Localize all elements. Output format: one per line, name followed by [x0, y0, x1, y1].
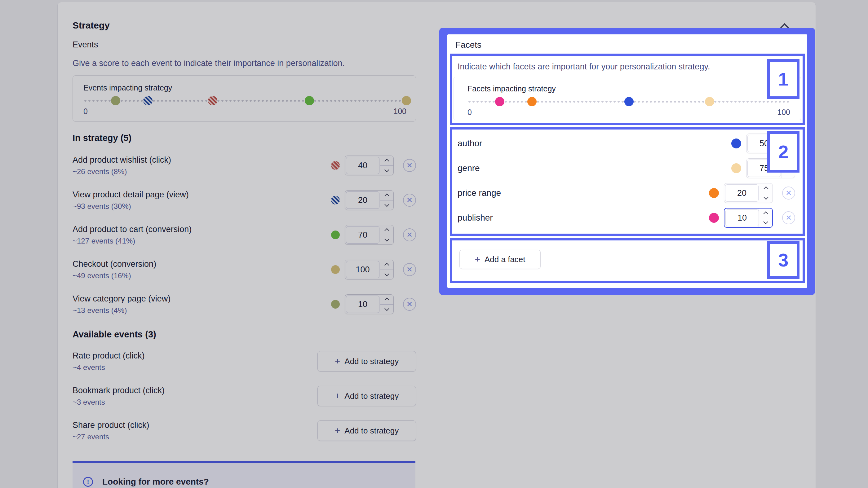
facet-row-genre: genre — [458, 157, 795, 179]
price-range-dot[interactable] — [527, 97, 537, 106]
stepper — [759, 184, 773, 203]
close-icon: ✕ — [785, 189, 792, 197]
slider-max-label: 100 — [777, 107, 790, 117]
facets-section-list: 2 author — [450, 127, 805, 236]
facets-slider-track — [467, 97, 790, 106]
facet-color-dot — [709, 188, 719, 198]
chevron-down-icon — [763, 219, 768, 224]
facet-score-input-group — [724, 183, 773, 203]
remove-facet-button[interactable]: ✕ — [782, 211, 795, 224]
facets-highlight-frame: Facets 1 Indicate which facets are impor… — [439, 28, 815, 295]
facet-name: author — [458, 138, 482, 149]
facet-color-dot — [731, 138, 741, 149]
facets-title: Facets — [455, 39, 807, 51]
facet-score-input[interactable] — [725, 209, 759, 226]
step-badge-2: 2 — [767, 131, 800, 172]
decrement-button[interactable] — [759, 193, 773, 203]
facet-color-dot — [709, 213, 719, 223]
publisher-dot[interactable] — [495, 97, 504, 106]
facet-name: genre — [458, 163, 480, 173]
facets-impact-slider: Facets impacting strategy 0 100 — [454, 77, 801, 120]
genre-dot[interactable] — [705, 97, 714, 106]
facets-section-slider: 1 Indicate which facets are important fo… — [450, 54, 805, 125]
facet-row-author: author — [458, 133, 795, 154]
facet-score-input-group — [724, 208, 773, 228]
facet-row-price-range: price range ✕ — [458, 182, 795, 204]
page: Strategy Events Give a score to each eve… — [0, 0, 868, 488]
add-facet-button[interactable]: + Add a facet — [459, 250, 540, 269]
facet-name: publisher — [458, 213, 493, 223]
remove-facet-button[interactable]: ✕ — [782, 187, 795, 199]
facets-section-add: 3 + Add a facet — [450, 238, 805, 283]
step-badge-3: 3 — [767, 241, 800, 279]
stepper — [758, 208, 772, 227]
facets-panel: Facets 1 Indicate which facets are impor… — [447, 34, 807, 288]
facets-description: Indicate which facets are important for … — [452, 56, 803, 77]
chevron-down-icon — [764, 195, 769, 200]
chevron-up-icon — [763, 211, 768, 216]
increment-button[interactable] — [759, 208, 772, 218]
facet-name: price range — [458, 188, 501, 198]
facet-score-input[interactable] — [725, 184, 758, 202]
author-dot[interactable] — [624, 97, 633, 106]
facet-row-publisher: publisher ✕ — [458, 207, 795, 229]
facet-color-dot — [731, 163, 741, 173]
chevron-up-icon — [764, 187, 769, 192]
step-badge-1: 1 — [767, 59, 800, 99]
facets-slider-label: Facets impacting strategy — [467, 84, 790, 93]
add-facet-label: Add a facet — [485, 255, 525, 264]
close-icon: ✕ — [785, 214, 792, 222]
decrement-button[interactable] — [759, 218, 772, 227]
plus-icon: + — [475, 255, 480, 264]
increment-button[interactable] — [759, 184, 773, 193]
slider-min-label: 0 — [467, 107, 472, 117]
